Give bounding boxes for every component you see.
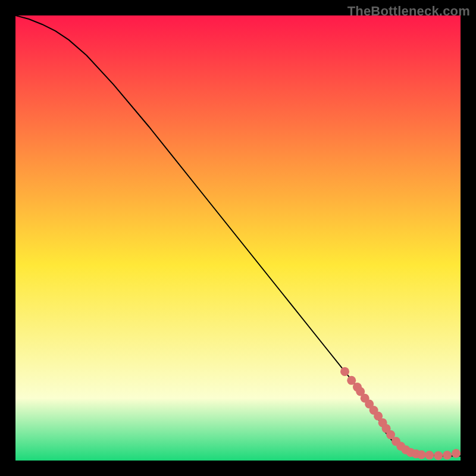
data-marker [417, 450, 426, 459]
data-marker [425, 451, 434, 460]
data-marker [434, 451, 443, 460]
chart-stage: TheBottleneck.com [0, 0, 476, 476]
data-marker [443, 451, 452, 460]
data-marker [452, 449, 461, 458]
data-marker [340, 367, 349, 376]
plot-area [15, 15, 461, 461]
chart-svg [15, 15, 461, 461]
